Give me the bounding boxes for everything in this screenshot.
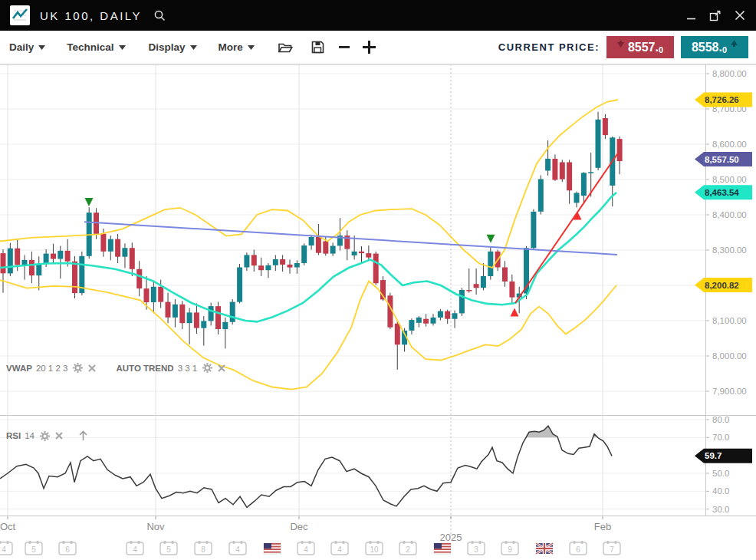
calendar-event-icon[interactable]: 6 xyxy=(570,541,587,555)
grid-lines: 8,800.008,700.008,600.008,500.008,400.00… xyxy=(0,69,747,514)
candle xyxy=(22,255,28,279)
rsi-axis-tick-label: 80.0 xyxy=(712,415,729,424)
calendar-event-icon[interactable]: 5 xyxy=(25,541,42,555)
svg-text:7: 7 xyxy=(610,545,614,554)
candle xyxy=(72,256,77,298)
svg-text:4: 4 xyxy=(133,545,137,554)
candle xyxy=(273,255,278,271)
us-flag-icon[interactable] xyxy=(434,543,451,554)
calendar-event-icon[interactable]: 9 xyxy=(501,541,518,555)
chevron-down-icon xyxy=(190,45,197,50)
candle xyxy=(179,301,185,329)
gb-flag-icon[interactable] xyxy=(536,543,553,554)
candle xyxy=(423,314,429,327)
move-pane-up-icon[interactable] xyxy=(78,430,88,441)
chevron-down-icon xyxy=(38,45,45,50)
month-label: 2025 xyxy=(440,532,462,543)
candle xyxy=(617,137,623,174)
calendar-event-icon[interactable]: 4 xyxy=(331,541,348,555)
candle xyxy=(596,112,601,170)
price-chart-canvas[interactable]: 8,800.008,700.008,600.008,500.008,400.00… xyxy=(0,0,756,560)
minimize-icon[interactable] xyxy=(686,11,696,21)
price-tag: 8,726.26 xyxy=(695,92,752,107)
calendar-event-icon[interactable]: 7 xyxy=(603,541,620,555)
calendar-event-icon[interactable]: 4 xyxy=(229,541,246,555)
popout-window-icon[interactable] xyxy=(709,10,721,21)
candle xyxy=(395,321,400,369)
candle xyxy=(166,293,171,324)
candle xyxy=(330,242,336,255)
menu-more[interactable]: More xyxy=(219,41,255,53)
vwap-settings-gear-icon[interactable] xyxy=(73,363,83,373)
bid-price-value: 8557. xyxy=(628,41,659,54)
calendar-event-icon[interactable]: 4 xyxy=(297,541,314,555)
candle xyxy=(416,316,422,328)
candlestick-series xyxy=(1,112,623,370)
current-price-label: CURRENT PRICE: xyxy=(498,41,600,53)
candle xyxy=(344,230,350,260)
svg-text:8,200.82: 8,200.82 xyxy=(705,281,739,290)
candle xyxy=(244,252,249,271)
svg-text:6: 6 xyxy=(576,545,580,554)
zoom-in-icon[interactable] xyxy=(363,41,376,54)
us-flag-icon[interactable] xyxy=(264,543,281,554)
menu-timeframe-daily[interactable]: Daily xyxy=(9,41,45,53)
menu-label: Technical xyxy=(67,41,113,53)
close-icon[interactable] xyxy=(735,10,745,21)
menu-label: More xyxy=(219,41,243,53)
candle xyxy=(452,311,458,328)
price-down-arrow-icon xyxy=(617,36,624,48)
svg-text:8: 8 xyxy=(201,545,205,554)
calendar-event-icon[interactable]: 2 xyxy=(399,541,416,555)
trend-signal-sell-marker xyxy=(487,235,495,243)
menu-display[interactable]: Display xyxy=(149,41,197,53)
zoom-out-icon[interactable] xyxy=(339,41,350,53)
calendar-event-icon[interactable]: 10 xyxy=(366,541,383,555)
candle xyxy=(187,308,192,344)
candle xyxy=(130,242,135,276)
calendar-event-icon[interactable]: 3 xyxy=(468,541,485,555)
svg-text:5: 5 xyxy=(31,545,36,554)
ask-price-decimal: 0 xyxy=(722,45,727,58)
candle xyxy=(409,318,414,334)
candle xyxy=(531,209,536,250)
price-axis-tick-label: 8,100.00 xyxy=(712,316,747,325)
svg-text:4: 4 xyxy=(235,545,240,554)
candle xyxy=(209,303,214,326)
autotrend-settings-gear-icon[interactable] xyxy=(202,363,212,373)
vwap-remove-icon[interactable] xyxy=(88,364,96,372)
rsi-remove-icon[interactable] xyxy=(55,432,63,440)
save-icon[interactable] xyxy=(311,40,325,54)
menu-technical[interactable]: Technical xyxy=(67,41,125,53)
event-timeline: 4564584441023967 xyxy=(0,541,620,555)
candle xyxy=(288,259,293,273)
vwap-indicator-label: VWAP xyxy=(6,364,32,373)
menu-label: Daily xyxy=(9,41,34,53)
price-axis-tick-label: 8,000.00 xyxy=(712,351,747,361)
ask-price-value: 8558. xyxy=(692,41,722,54)
calendar-event-icon[interactable]: 8 xyxy=(195,541,212,555)
rsi-axis-tick-label: 70.0 xyxy=(712,433,729,442)
candle xyxy=(29,252,35,283)
vwap-indicator-params: 20 1 2 3 xyxy=(36,364,68,373)
candle xyxy=(603,114,608,139)
menu-label: Display xyxy=(149,41,186,53)
svg-text:4: 4 xyxy=(337,545,342,554)
bid-price-decimal: 0 xyxy=(659,45,663,58)
candle xyxy=(1,249,6,293)
candle xyxy=(251,250,257,272)
price-axis-tick-label: 8,600.00 xyxy=(712,140,747,149)
autotrend-remove-icon[interactable] xyxy=(218,364,225,372)
calendar-event-icon[interactable]: 6 xyxy=(59,541,76,555)
candle xyxy=(309,235,314,249)
calendar-event-icon[interactable]: 4 xyxy=(127,541,143,555)
calendar-event-icon[interactable]: 4 xyxy=(0,541,12,555)
candle xyxy=(538,175,544,214)
candle xyxy=(51,244,56,264)
search-icon[interactable] xyxy=(153,9,166,22)
rsi-settings-gear-icon[interactable] xyxy=(40,431,50,441)
open-folder-icon[interactable] xyxy=(278,41,294,54)
candle xyxy=(87,207,92,259)
rsi-indicator-params: 14 xyxy=(25,431,35,440)
calendar-event-icon[interactable]: 5 xyxy=(160,541,177,555)
